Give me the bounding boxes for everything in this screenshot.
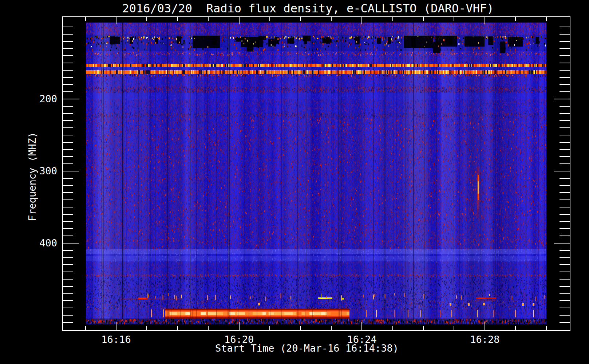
tick-mark <box>63 70 73 71</box>
tick-mark <box>423 326 424 330</box>
tick-mark <box>554 171 570 171</box>
tick-mark <box>392 17 393 21</box>
tick-mark <box>63 199 73 200</box>
tick-mark <box>560 228 570 229</box>
tick-mark <box>63 27 73 27</box>
tick-mark <box>63 315 73 316</box>
tick-mark <box>63 257 73 258</box>
tick-mark <box>560 34 570 35</box>
tick-mark <box>560 236 570 236</box>
tick-mark <box>560 156 570 157</box>
tick-mark <box>485 322 485 330</box>
tick-mark <box>239 17 240 24</box>
tick-mark <box>560 286 570 287</box>
tick-mark <box>63 120 73 121</box>
tick-mark <box>560 315 570 316</box>
tick-mark <box>269 17 270 21</box>
tick-mark <box>208 326 209 330</box>
tick-mark <box>63 185 73 186</box>
tick-mark <box>560 106 570 107</box>
tick-mark <box>361 17 362 24</box>
tick-mark <box>63 163 73 164</box>
y-axis-title: Frequency (MHZ) <box>27 132 38 221</box>
tick-mark <box>63 221 73 222</box>
tick-mark <box>63 228 73 229</box>
tick-mark <box>560 250 570 251</box>
x-tick-label: 16:16 <box>101 334 131 345</box>
tick-mark <box>485 17 485 24</box>
tick-mark <box>560 257 570 258</box>
tick-mark <box>63 250 73 251</box>
tick-mark <box>560 142 570 143</box>
tick-mark <box>63 192 73 193</box>
y-tick-label: 200 <box>0 93 57 104</box>
tick-mark <box>269 326 270 330</box>
tick-mark <box>560 322 570 323</box>
tick-mark <box>560 221 570 222</box>
tick-mark <box>560 77 570 78</box>
tick-mark <box>146 326 147 330</box>
tick-mark <box>85 326 86 330</box>
tick-mark <box>63 236 73 236</box>
tick-mark <box>63 91 73 92</box>
tick-mark <box>560 185 570 186</box>
tick-mark <box>560 300 570 301</box>
tick-mark <box>63 300 73 301</box>
tick-mark <box>560 264 570 265</box>
tick-mark <box>423 17 424 21</box>
tick-mark <box>146 17 147 21</box>
tick-mark <box>63 77 73 78</box>
tick-mark <box>63 214 73 215</box>
tick-mark <box>63 207 73 207</box>
tick-mark <box>85 17 86 21</box>
tick-mark <box>560 272 570 272</box>
tick-mark <box>63 142 73 143</box>
tick-mark <box>560 27 570 27</box>
tick-mark <box>560 113 570 114</box>
tick-mark <box>546 326 547 330</box>
plot-frame <box>62 16 570 331</box>
tick-mark <box>208 17 209 21</box>
tick-mark <box>239 322 240 330</box>
spectrogram-window: 2016/03/20 Radio flux density, e-CALLIST… <box>0 0 589 364</box>
tick-mark <box>560 70 570 71</box>
tick-mark <box>63 34 73 35</box>
tick-mark <box>515 17 516 21</box>
tick-mark <box>554 243 570 244</box>
tick-mark <box>63 127 73 128</box>
tick-mark <box>63 84 73 85</box>
tick-mark <box>554 99 570 99</box>
tick-mark <box>560 135 570 135</box>
tick-mark <box>63 48 73 49</box>
tick-mark <box>63 106 73 107</box>
tick-mark <box>560 84 570 85</box>
tick-mark <box>331 17 332 21</box>
tick-mark <box>63 156 73 157</box>
y-tick-label: 400 <box>0 237 57 249</box>
tick-mark <box>300 17 301 21</box>
tick-mark <box>63 272 73 272</box>
tick-mark <box>560 214 570 215</box>
tick-mark <box>515 326 516 330</box>
tick-mark <box>63 41 73 42</box>
tick-mark <box>560 207 570 207</box>
tick-mark <box>560 192 570 193</box>
tick-mark <box>560 127 570 128</box>
tick-mark <box>560 149 570 150</box>
tick-mark <box>560 120 570 121</box>
tick-mark <box>560 55 570 56</box>
tick-mark <box>392 326 393 330</box>
tick-mark <box>63 322 73 323</box>
tick-mark <box>63 264 73 265</box>
x-tick-label: 16:20 <box>224 334 254 345</box>
tick-mark <box>560 279 570 280</box>
tick-mark <box>63 243 79 244</box>
tick-mark <box>560 91 570 92</box>
chart-title: 2016/03/20 Radio flux density, e-CALLIST… <box>122 1 494 15</box>
tick-mark <box>63 178 73 179</box>
tick-mark <box>63 149 73 150</box>
tick-mark <box>560 63 570 63</box>
y-tick-label: 300 <box>0 165 57 177</box>
tick-mark <box>63 99 79 99</box>
tick-mark <box>63 171 79 171</box>
